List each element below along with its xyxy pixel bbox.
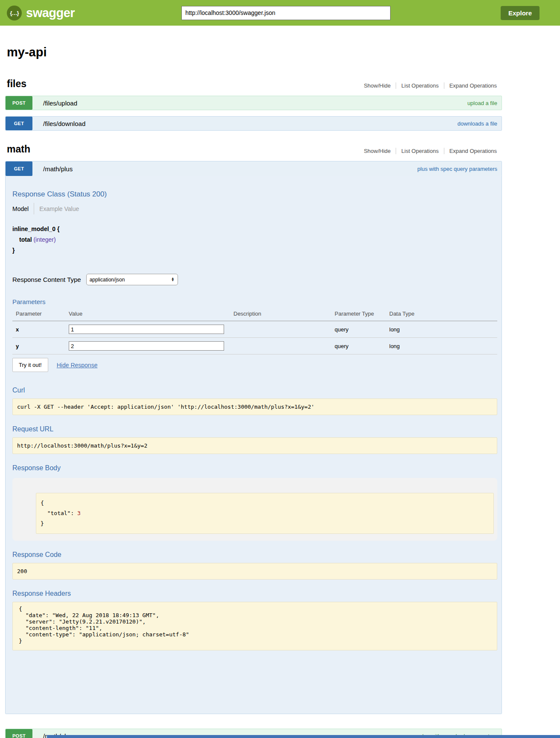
col-description: Description [230, 309, 331, 321]
response-body-json: { "total": 3 } [36, 493, 494, 534]
brand-title: swagger [26, 6, 75, 20]
response-content-type-label: Response Content Type [12, 276, 81, 283]
col-data-type: Data Type [386, 309, 497, 321]
param-data-type: long [386, 321, 497, 338]
param-type: query [331, 338, 386, 354]
list-operations-link[interactable]: List Operations [396, 82, 443, 89]
operation-summary-link[interactable]: downloads a file [458, 120, 497, 127]
curly-braces-icon: {…} [7, 6, 22, 20]
swagger-logo[interactable]: {…} swagger [7, 6, 75, 20]
json-close-brace: } [41, 520, 44, 527]
model-signature: inline_model_0 { total (integer) } [12, 224, 497, 256]
try-it-row: Try it out! Hide Response [12, 358, 497, 372]
request-url-heading: Request URL [12, 425, 497, 433]
method-badge-get: GET [6, 117, 32, 130]
param-data-type: long [386, 338, 497, 354]
parameter-row-x: x query long [12, 321, 497, 338]
expand-operations-link[interactable]: Expand Operations [444, 148, 502, 154]
method-badge-post: POST [6, 96, 32, 110]
response-class-heading: Response Class (Status 200) [12, 176, 497, 199]
swagger-url-input[interactable] [181, 6, 391, 20]
try-it-out-button[interactable]: Try it out! [12, 358, 48, 372]
model-close-brace: } [12, 245, 497, 256]
tab-model[interactable]: Model [12, 205, 29, 212]
parameters-table: Parameter Value Description Parameter Ty… [12, 309, 497, 354]
response-headers-json: { "date": "Wed, 22 Aug 2018 18:49:13 GMT… [12, 602, 497, 650]
json-open-brace: { [41, 500, 44, 506]
request-url: http://localhost:3000/math/plus?x=1&y=2 [12, 437, 497, 454]
files-section-controls: Show/Hide List Operations Expand Operati… [359, 82, 502, 90]
operation-path[interactable]: /files/download [43, 120, 85, 127]
operation-row[interactable]: GET /files/download downloads a file [5, 116, 502, 131]
param-description [230, 321, 331, 338]
curl-command: curl -X GET --header 'Accept: applicatio… [12, 398, 497, 415]
operation-summary-link[interactable]: plus with spec query parameters [417, 166, 497, 172]
parameters-heading: Parameters [12, 298, 497, 305]
top-header: {…} swagger Explore [0, 0, 560, 26]
files-section-title: files [7, 78, 26, 90]
param-name: y [12, 338, 65, 354]
divider [34, 203, 34, 214]
property-type: (integer) [33, 236, 55, 243]
response-code: 200 [12, 563, 497, 580]
method-badge-get: GET [6, 161, 32, 176]
param-type: query [331, 321, 386, 338]
property-name: total [19, 236, 32, 243]
show-hide-link[interactable]: Show/Hide [359, 148, 396, 154]
math-section-header: math Show/Hide List Operations Expand Op… [5, 144, 502, 155]
response-content-type-row: Response Content Type application/json ▲… [12, 274, 497, 285]
param-y-input[interactable] [69, 341, 224, 351]
model-property: total (integer) [19, 234, 497, 245]
operation-summary-link[interactable]: upload a file [467, 100, 497, 106]
col-parameter-type: Parameter Type [331, 309, 386, 321]
operation-path[interactable]: /files/upload [43, 100, 77, 107]
json-key: "total": [41, 510, 77, 516]
api-title: my-api [7, 45, 502, 59]
operation-row[interactable]: POST /files/upload upload a file [5, 96, 502, 110]
curl-heading: Curl [12, 387, 497, 394]
math-section-title: math [7, 144, 30, 155]
model-tabs: Model Example Value [12, 203, 497, 214]
tab-example-value[interactable]: Example Value [39, 205, 79, 212]
param-description [230, 338, 331, 354]
list-operations-link[interactable]: List Operations [396, 148, 443, 154]
operation-path[interactable]: /math/plus [43, 165, 73, 173]
explore-button[interactable]: Explore [501, 6, 540, 20]
expand-operations-link[interactable]: Expand Operations [444, 82, 502, 89]
model-open-brace: inline_model_0 { [12, 224, 497, 234]
show-hide-link[interactable]: Show/Hide [359, 82, 396, 89]
response-code-heading: Response Code [12, 551, 497, 559]
math-section-controls: Show/Hide List Operations Expand Operati… [359, 148, 502, 155]
response-headers-heading: Response Headers [12, 590, 497, 597]
response-body-heading: Response Body [12, 464, 497, 472]
files-section-header: files Show/Hide List Operations Expand O… [5, 78, 502, 90]
operation-row[interactable]: GET /math/plus plus with spec query para… [6, 161, 502, 176]
hide-response-link[interactable]: Hide Response [57, 362, 98, 369]
operation-post-files-upload: POST /files/upload upload a file [5, 96, 502, 110]
method-badge-post: POST [6, 729, 32, 738]
param-name: x [12, 321, 65, 338]
response-content-type-select[interactable]: application/json ▲▼ [86, 274, 178, 285]
parameters-table-header: Parameter Value Description Parameter Ty… [12, 309, 497, 321]
operation-expanded-content: Response Class (Status 200) Model Exampl… [6, 176, 502, 714]
operation-get-files-download: GET /files/download downloads a file [5, 116, 502, 131]
param-x-input[interactable] [69, 325, 224, 334]
selected-option: application/json [90, 277, 125, 283]
json-number-value: 3 [77, 510, 81, 516]
response-body-panel: { "total": 3 } [12, 478, 497, 541]
parameter-row-y: y query long [12, 338, 497, 354]
bottom-message-bar [47, 735, 560, 738]
page-wrap: my-api files Show/Hide List Operations E… [5, 45, 502, 738]
select-arrows-icon: ▲▼ [171, 278, 175, 282]
col-parameter: Parameter [12, 309, 65, 321]
col-value: Value [65, 309, 230, 321]
operation-get-math-plus: GET /math/plus plus with spec query para… [5, 161, 502, 714]
